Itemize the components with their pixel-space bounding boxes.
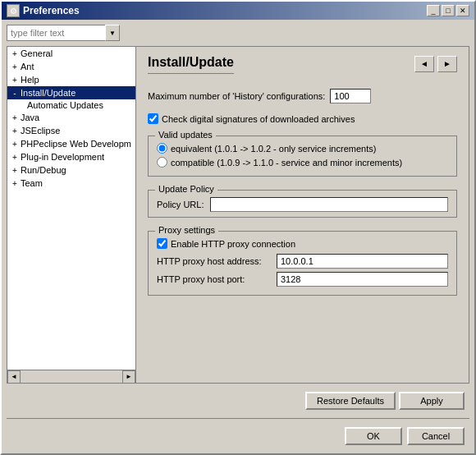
enable-proxy-label: Enable HTTP proxy connection [171, 239, 295, 249]
valid-updates-title: Valid updates [155, 130, 216, 140]
proxy-host-input[interactable] [277, 254, 448, 269]
divider [7, 418, 469, 419]
sidebar-item-help[interactable]: + Help [7, 73, 135, 86]
compatible-radio[interactable] [157, 157, 167, 168]
nav-back-button[interactable]: ► [437, 56, 457, 72]
proxy-settings-group: Proxy settings Enable HTTP proxy connect… [148, 231, 457, 296]
update-policy-group: Update Policy Policy URL: [148, 190, 457, 218]
proxy-host-row: HTTP proxy host address: [157, 254, 448, 269]
minimize-button[interactable]: _ [427, 5, 440, 16]
content-panel-wrapper: Install/Update ◄ ► Maximum number of 'Hi… [136, 47, 469, 383]
title-bar-controls: _ □ ✕ [427, 5, 469, 16]
check-signatures-row: Check digital signatures of downloaded a… [148, 113, 457, 124]
sidebar-item-automatic-updates[interactable]: Automatic Updates [7, 99, 135, 111]
maximize-button[interactable]: □ [442, 5, 455, 16]
valid-updates-group: Valid updates equivalent (1.0.1 -> 1.0.2… [148, 136, 457, 177]
expand-icon-phpeclipse: + [9, 138, 21, 149]
sidebar-item-phpeclipse[interactable]: + PHPeclipse Web Developm [7, 137, 135, 150]
history-row: Maximum number of 'History' configuratio… [148, 89, 457, 103]
preferences-window: ⚙ Preferences _ □ ✕ ▼ + [0, 0, 476, 455]
enable-proxy-checkbox[interactable] [157, 238, 167, 249]
filter-dropdown-button[interactable]: ▼ [105, 25, 120, 41]
nav-row: ◄ ► [414, 56, 457, 72]
sidebar-hscrollbar: ◄ ► [7, 370, 135, 383]
sidebar-item-plugin-dev[interactable]: + Plug-in Development [7, 150, 135, 163]
window-title: Preferences [23, 5, 80, 16]
compatible-label: compatible (1.0.9 -> 1.1.0 - service and… [171, 158, 402, 168]
title-bar-left: ⚙ Preferences [7, 4, 80, 17]
ok-button[interactable]: OK [345, 427, 402, 445]
sidebar-item-jseclipse[interactable]: + JSEclipse [7, 124, 135, 137]
sidebar-scroll: + General + Ant + Help [7, 47, 135, 383]
content-header: Install/Update ◄ ► [148, 55, 457, 77]
cancel-button[interactable]: Cancel [407, 427, 465, 445]
main-area: + General + Ant + Help [7, 46, 469, 384]
sidebar: + General + Ant + Help [7, 47, 136, 383]
expand-icon-ant: + [9, 61, 21, 72]
ok-cancel-row: OK Cancel [7, 424, 469, 448]
content-title: Install/Update [148, 55, 234, 74]
hscroll-right-button[interactable]: ► [122, 370, 135, 384]
expand-icon-jseclipse: + [9, 125, 21, 136]
check-signatures-checkbox[interactable] [148, 113, 158, 124]
sidebar-item-install-update[interactable]: - Install/Update [7, 86, 135, 99]
equivalent-radio-row: equivalent (1.0.1 -> 1.0.2 - only servic… [157, 143, 448, 154]
sidebar-item-java[interactable]: + Java [7, 111, 135, 124]
window-content: ▼ + General + Ant [2, 20, 474, 453]
sidebar-item-run-debug[interactable]: + Run/Debug [7, 163, 135, 177]
expand-icon-help: + [9, 74, 21, 85]
sidebar-item-ant[interactable]: + Ant [7, 60, 135, 73]
restore-defaults-button[interactable]: Restore Defaults [305, 392, 396, 410]
hscroll-left-button[interactable]: ◄ [7, 370, 21, 384]
expand-icon-run-debug: + [9, 164, 21, 176]
action-buttons: Restore Defaults Apply [7, 388, 469, 413]
sidebar-item-team[interactable]: + Team [7, 177, 135, 190]
equivalent-label: equivalent (1.0.1 -> 1.0.2 - only servic… [171, 144, 376, 154]
expand-icon-java: + [9, 112, 21, 123]
bottom-area: Restore Defaults Apply OK Cancel [7, 388, 469, 448]
expand-icon-general: + [9, 48, 21, 59]
expand-icon-team: + [9, 177, 21, 189]
proxy-port-row: HTTP proxy host port: [157, 272, 448, 287]
policy-url-row: Policy URL: [157, 197, 448, 212]
sidebar-scroll-inner: + General + Ant + Help [7, 47, 135, 370]
expand-icon-install-update: - [9, 87, 21, 99]
enable-proxy-row: Enable HTTP proxy connection [157, 238, 448, 249]
proxy-port-label: HTTP proxy host port: [157, 274, 272, 284]
filter-input[interactable] [7, 25, 105, 41]
hscroll-track [21, 374, 122, 380]
content-panel: Install/Update ◄ ► Maximum number of 'Hi… [136, 47, 469, 383]
equivalent-radio[interactable] [157, 143, 167, 154]
check-signatures-label: Check digital signatures of downloaded a… [162, 114, 355, 124]
proxy-host-label: HTTP proxy host address: [157, 256, 272, 266]
nav-forward-button[interactable]: ◄ [414, 56, 434, 72]
proxy-settings-title: Proxy settings [155, 225, 218, 235]
history-input[interactable] [330, 89, 371, 103]
compatible-radio-row: compatible (1.0.9 -> 1.1.0 - service and… [157, 157, 448, 168]
apply-button[interactable]: Apply [399, 392, 465, 410]
window-icon: ⚙ [7, 4, 20, 17]
history-label: Maximum number of 'History' configuratio… [148, 91, 325, 101]
policy-url-label: Policy URL: [157, 200, 204, 209]
close-button[interactable]: ✕ [456, 5, 469, 16]
expand-icon-plugin-dev: + [9, 151, 21, 163]
proxy-port-input[interactable] [277, 272, 448, 287]
sidebar-item-general[interactable]: + General [7, 47, 135, 60]
filter-row: ▼ [7, 25, 469, 41]
title-bar: ⚙ Preferences _ □ ✕ [2, 2, 474, 20]
update-policy-title: Update Policy [155, 184, 217, 194]
policy-url-input[interactable] [210, 197, 448, 212]
